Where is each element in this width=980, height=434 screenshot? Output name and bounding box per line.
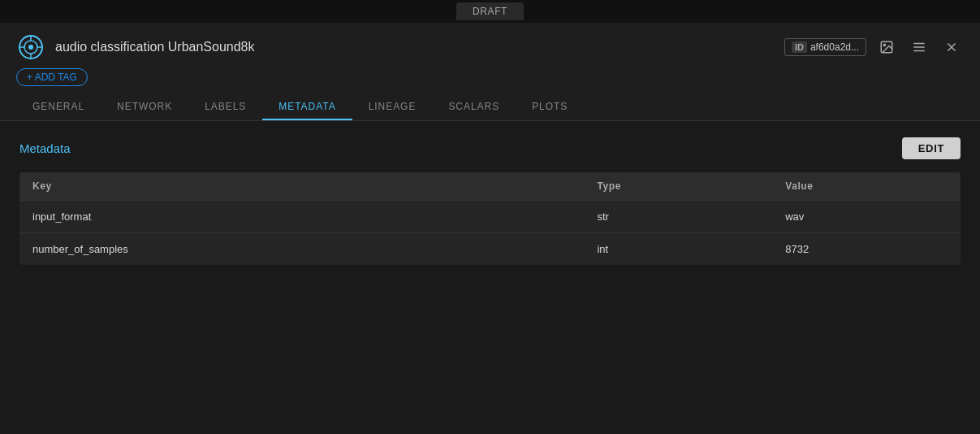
id-label: ID [792,41,807,53]
row-key-0: input_format [19,201,584,233]
svg-point-8 [883,44,885,46]
section-header: Metadata EDIT [19,137,961,159]
edit-button[interactable]: EDIT [902,137,961,159]
header-left: audio classification UrbanSound8k [16,33,254,62]
main-content: Metadata EDIT Key Type Value input_forma… [0,121,980,281]
header-right: ID af6d0a2d... [784,35,964,59]
svg-point-2 [28,45,33,50]
col-header-value: Value [772,172,961,201]
close-icon-button[interactable] [939,35,964,59]
row-key-1: number_of_samples [19,233,584,266]
tab-network[interactable]: NETWORK [101,94,188,120]
table-row: input_format str wav [19,201,961,233]
nav-tabs: GENERAL NETWORK LABELS METADATA LINEAGE … [16,94,964,120]
tab-scalars[interactable]: SCALARS [432,94,516,120]
metadata-table: Key Type Value input_format str wav numb… [19,172,961,265]
col-header-key: Key [19,172,584,201]
tab-plots[interactable]: PLOTS [516,94,584,120]
section-title: Metadata [19,141,71,155]
row-type-0: str [584,201,772,233]
image-icon-button[interactable] [874,35,899,59]
model-title: audio classification UrbanSound8k [55,40,254,54]
tab-labels[interactable]: LABELS [188,94,262,120]
model-icon [16,33,45,62]
id-value: af6d0a2d... [810,41,859,53]
header-top: audio classification UrbanSound8k ID af6… [16,33,964,62]
tab-general[interactable]: GENERAL [16,94,101,120]
table-row: number_of_samples int 8732 [19,233,961,266]
id-badge: ID af6d0a2d... [784,38,866,56]
draft-tab[interactable]: DRAFT [456,2,524,20]
row-type-1: int [584,233,772,266]
row-value-1: 8732 [772,233,961,266]
top-bar: DRAFT [0,0,980,23]
table-header-row: Key Type Value [19,172,961,201]
header: audio classification UrbanSound8k ID af6… [0,23,980,121]
col-header-type: Type [584,172,772,201]
row-value-0: wav [772,201,961,233]
tab-metadata[interactable]: METADATA [262,94,352,120]
add-tag-button[interactable]: + ADD TAG [16,68,88,86]
menu-icon-button[interactable] [907,35,931,59]
tab-lineage[interactable]: LINEAGE [352,94,433,120]
